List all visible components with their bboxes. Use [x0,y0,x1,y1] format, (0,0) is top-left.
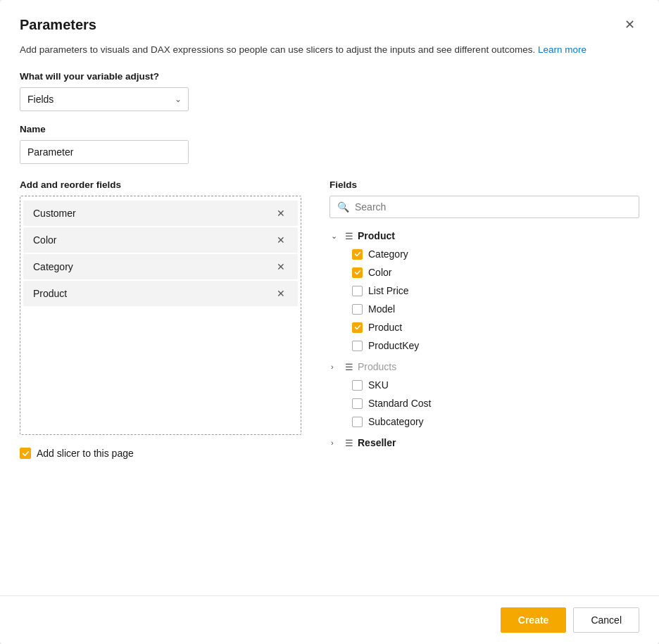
right-panel: Fields 🔍 ⌄ ☰ Product Category Color [330,179,639,459]
two-panel: Add and reorder fields Customer ✕ Color … [20,179,639,459]
fields-list-box: Customer ✕ Color ✕ Category ✕ Product ✕ [20,196,301,435]
list-item[interactable]: Product ✕ [23,281,298,306]
add-slicer-checkbox[interactable] [20,448,31,459]
tree-item-label: Color [368,267,391,278]
tree-item-label: Product [368,322,402,333]
tree-item-checkbox[interactable] [352,341,363,351]
list-item[interactable]: Color ✕ [23,227,298,253]
variable-label: What will your variable adjust? [20,71,639,82]
tree-item-label: ProductKey [368,340,419,351]
create-button[interactable]: Create [501,607,567,633]
field-item-label: Color [33,234,56,246]
tree-items: Category Color List Price Model Product … [330,245,636,355]
tree-group-header[interactable]: › ☰ Products [330,358,636,376]
field-item-label: Customer [33,208,76,219]
add-reorder-label: Add and reorder fields [20,179,301,190]
search-icon: 🔍 [337,201,349,213]
table-icon: ☰ [345,231,353,241]
field-remove-button[interactable]: ✕ [274,234,288,246]
tree-item-label: Subcategory [368,416,424,427]
tree-item[interactable]: Model [351,300,636,318]
name-label: Name [20,124,639,134]
tree-group: ⌄ ☰ Product Category Color List Price Mo… [330,227,636,355]
list-item[interactable]: Customer ✕ [23,201,298,226]
tree-group: › ☰ Products SKU Standard Cost Subcatego… [330,358,636,431]
chevron-icon: › [331,438,341,447]
variable-select-wrapper: Fields ⌄ [20,87,189,111]
tree-group-name: Products [358,361,396,372]
left-panel: Add and reorder fields Customer ✕ Color … [20,179,301,459]
dialog-body: Add parameters to visuals and DAX expres… [0,33,659,595]
field-item-label: Category [33,261,73,272]
tree-item-label: SKU [368,379,389,391]
tree-item-checkbox[interactable] [352,286,363,296]
search-input[interactable] [355,201,632,213]
field-remove-button[interactable]: ✕ [274,288,288,299]
tree-container: ⌄ ☰ Product Category Color List Price Mo… [330,227,639,455]
field-item-label: Product [33,288,67,299]
tree-group: › ☰ Reseller [330,434,636,452]
variable-section: What will your variable adjust? Fields ⌄ [20,71,639,111]
parameters-dialog: Parameters ✕ Add parameters to visuals a… [0,0,659,644]
field-remove-button[interactable]: ✕ [274,261,288,272]
fields-panel-label: Fields [330,179,639,190]
right-panel-inner: 🔍 ⌄ ☰ Product Category Color List Price … [330,196,639,455]
tree-group-name: Reseller [358,437,396,448]
tree-item-label: Category [368,248,408,260]
tree-item[interactable]: Subcategory [351,412,636,431]
tree-item-label: List Price [368,285,409,296]
description-text: Add parameters to visuals and DAX expres… [20,43,639,57]
tree-item[interactable]: Color [351,263,636,282]
cancel-button[interactable]: Cancel [573,607,639,633]
learn-more-link[interactable]: Learn more [538,44,586,55]
chevron-icon: › [331,362,341,371]
list-item[interactable]: Category ✕ [23,254,298,279]
table-icon: ☰ [345,438,353,448]
tree-item[interactable]: Product [351,318,636,336]
tree-item[interactable]: SKU [351,376,636,394]
tree-group-header[interactable]: › ☰ Reseller [330,434,636,452]
variable-select[interactable]: Fields [20,87,189,111]
tree-item-label: Standard Cost [368,398,432,409]
tree-group-name: Product [358,230,395,241]
tree-item[interactable]: ProductKey [351,336,636,355]
tree-item[interactable]: Category [351,245,636,263]
dialog-footer: Create Cancel [0,595,659,644]
tree-item-checkbox[interactable] [352,380,363,391]
search-box[interactable]: 🔍 [330,196,639,218]
add-slicer-label: Add slicer to this page [37,448,134,459]
tree-item-checkbox[interactable] [352,322,363,333]
add-slicer-row: Add slicer to this page [20,448,301,459]
tree-item-checkbox[interactable] [352,398,363,409]
fields-list: Customer ✕ Color ✕ Category ✕ Product ✕ [20,201,301,306]
tree-group-header[interactable]: ⌄ ☰ Product [330,227,636,245]
tree-item[interactable]: Standard Cost [351,394,636,412]
chevron-icon: ⌄ [331,232,341,241]
tree-item-checkbox[interactable] [352,417,363,427]
tree-items: SKU Standard Cost Subcategory [330,376,636,431]
table-icon: ☰ [345,362,353,372]
tree-item-checkbox[interactable] [352,304,363,315]
close-button[interactable]: ✕ [620,17,639,32]
field-remove-button[interactable]: ✕ [274,208,288,219]
tree-item[interactable]: List Price [351,282,636,300]
tree-item-label: Model [368,303,395,315]
name-section: Name [20,124,639,164]
name-input[interactable] [20,140,189,164]
dialog-title: Parameters [20,17,96,33]
tree-item-checkbox[interactable] [352,249,363,260]
dialog-header: Parameters ✕ [0,0,659,33]
tree-item-checkbox[interactable] [352,267,363,278]
